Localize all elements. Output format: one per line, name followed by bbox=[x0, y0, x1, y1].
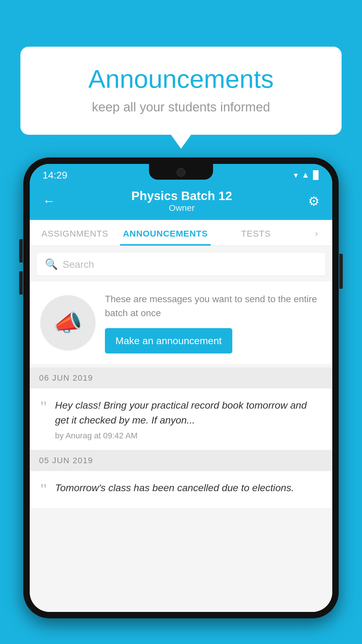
content-area: 🔍 Search 📣 These are messages you want t… bbox=[30, 246, 332, 612]
phone-outer: 14:29 ▾ ▲ ▉ ← Physics Batch 12 Owner ⚙ bbox=[23, 158, 339, 618]
promo-card: 📣 These are messages you want to send to… bbox=[30, 281, 332, 364]
promo-content: These are messages you want to send to t… bbox=[105, 292, 322, 354]
megaphone-circle: 📣 bbox=[40, 295, 96, 351]
announcement-item-2[interactable]: " Tomorrow's class has been cancelled du… bbox=[30, 471, 332, 508]
wifi-icon: ▾ bbox=[294, 170, 298, 180]
phone-notch bbox=[149, 164, 213, 180]
bubble-subtitle: keep all your students informed bbox=[44, 100, 318, 114]
volume-down-button[interactable] bbox=[19, 271, 23, 295]
settings-icon[interactable]: ⚙ bbox=[308, 194, 319, 209]
announcement-content-2: Tomorrow's class has been cancelled due … bbox=[55, 480, 322, 499]
role-label: Owner bbox=[131, 203, 232, 213]
tabs-bar: ASSIGNMENTS ANNOUNCEMENTS TESTS › bbox=[30, 220, 332, 246]
power-button[interactable] bbox=[339, 254, 343, 289]
date-section-2: 05 JUN 2019 bbox=[30, 450, 332, 471]
phone-mockup: 14:29 ▾ ▲ ▉ ← Physics Batch 12 Owner ⚙ bbox=[23, 158, 339, 644]
app-header: ← Physics Batch 12 Owner ⚙ bbox=[30, 183, 332, 220]
quote-icon-2: " bbox=[40, 482, 47, 498]
phone-camera bbox=[177, 168, 185, 177]
tab-announcements[interactable]: ANNOUNCEMENTS bbox=[120, 220, 211, 246]
date-label-1: 06 JUN 2019 bbox=[39, 373, 93, 382]
signal-icon: ▲ bbox=[301, 170, 310, 180]
promo-description: These are messages you want to send to t… bbox=[105, 292, 322, 320]
back-button[interactable]: ← bbox=[43, 194, 55, 208]
announcement-item-1[interactable]: " Hey class! Bring your practical record… bbox=[30, 388, 332, 450]
tab-tests[interactable]: TESTS bbox=[211, 220, 301, 246]
search-icon: 🔍 bbox=[45, 258, 58, 270]
tab-more[interactable]: › bbox=[301, 220, 332, 245]
header-title-group: Physics Batch 12 Owner bbox=[131, 189, 232, 213]
search-bar[interactable]: 🔍 Search bbox=[37, 253, 325, 276]
promo-section: Announcements keep all your students inf… bbox=[20, 47, 342, 135]
speech-bubble: Announcements keep all your students inf… bbox=[20, 47, 342, 135]
battery-icon: ▉ bbox=[313, 170, 319, 180]
status-time: 14:29 bbox=[43, 169, 67, 181]
announcement-content-1: Hey class! Bring your practical record b… bbox=[55, 398, 322, 440]
date-section-1: 06 JUN 2019 bbox=[30, 368, 332, 388]
announcement-text-1: Hey class! Bring your practical record b… bbox=[55, 398, 322, 428]
status-icons: ▾ ▲ ▉ bbox=[294, 170, 319, 180]
volume-up-button[interactable] bbox=[19, 239, 23, 262]
batch-title: Physics Batch 12 bbox=[131, 189, 232, 203]
bubble-title: Announcements bbox=[44, 64, 318, 94]
announcement-author-1: by Anurag at 09:42 AM bbox=[55, 431, 322, 440]
date-label-2: 05 JUN 2019 bbox=[39, 456, 93, 465]
make-announcement-button[interactable]: Make an announcement bbox=[105, 328, 232, 354]
announcement-text-2: Tomorrow's class has been cancelled due … bbox=[55, 480, 322, 495]
megaphone-icon: 📣 bbox=[53, 309, 82, 337]
tab-assignments[interactable]: ASSIGNMENTS bbox=[30, 220, 120, 246]
search-placeholder: Search bbox=[63, 259, 94, 270]
phone-screen: 14:29 ▾ ▲ ▉ ← Physics Batch 12 Owner ⚙ bbox=[30, 164, 332, 612]
quote-icon-1: " bbox=[40, 399, 47, 415]
